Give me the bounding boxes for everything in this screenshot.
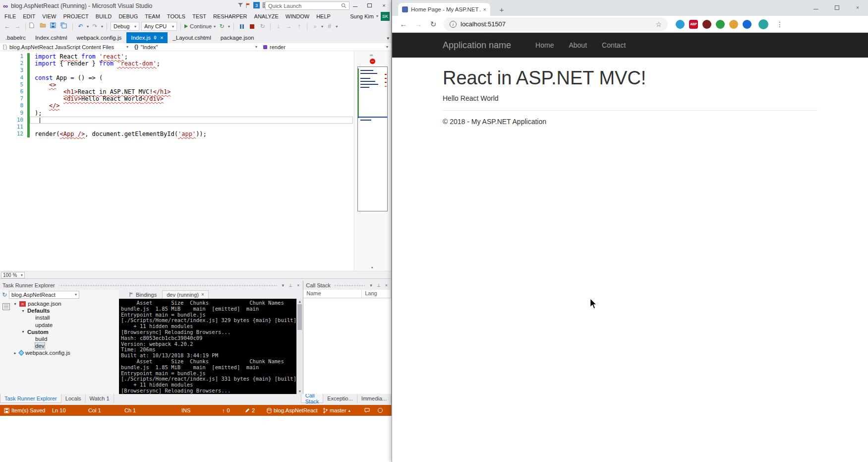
panel-tab-locals[interactable]: Locals [61, 394, 86, 403]
quick-launch-input[interactable]: Quick Launch [265, 1, 349, 10]
refresh-tasks-icon[interactable]: ↻ [2, 291, 7, 298]
profile-avatar[interactable] [758, 19, 768, 29]
close-panel-icon[interactable]: × [296, 283, 300, 288]
call-stack-header[interactable]: Call Stack ▾ ⊥ × [303, 281, 391, 290]
console-scrollbar[interactable]: ▴ ▾ [296, 299, 303, 394]
code-line[interactable]: 2import { render } from 'react-dom'; [0, 60, 354, 67]
refresh-dropdown-icon[interactable]: ▾ [228, 24, 230, 29]
document-tab-index-cshtml[interactable]: Index.cshtml [31, 32, 72, 43]
menu-item-tools[interactable]: TOOLS [164, 13, 189, 19]
tab-overflow-icon[interactable]: ▾ [387, 36, 389, 41]
tree-item-build[interactable]: build [12, 335, 119, 342]
menu-item-test[interactable]: TEST [189, 13, 210, 19]
nav-link-contact[interactable]: Contact [594, 41, 633, 49]
window-position-icon[interactable]: ▾ [281, 283, 286, 288]
code-line[interactable]: 11 [0, 124, 354, 131]
adblock-plus-icon[interactable]: ABP [689, 20, 698, 29]
menu-item-debug[interactable]: DEBUG [115, 13, 141, 19]
close-tab-icon[interactable]: × [483, 6, 486, 12]
breadcrumb-type-dropdown[interactable]: {} "Index" ▾ [131, 43, 260, 51]
tree-arrow-icon[interactable]: ▸ [13, 351, 17, 355]
solution-platform-dropdown[interactable]: Any CPU▾ [141, 22, 177, 31]
menu-item-analyze[interactable]: ANALYZE [251, 13, 282, 19]
panel-tab-exceptio[interactable]: Exceptio... [323, 394, 357, 403]
code-line[interactable]: 7 <div>Hello React World</div> [0, 95, 354, 102]
step-out-icon[interactable]: ↑ [295, 22, 303, 31]
column-name[interactable]: Name [303, 290, 362, 298]
find-icon[interactable]: ⌕ [311, 22, 319, 31]
menu-item-edit[interactable]: EDIT [19, 13, 39, 19]
tool-dropdown-icon[interactable]: ▾ [336, 24, 338, 29]
drag-handle[interactable] [335, 284, 365, 287]
back-button[interactable]: ← [397, 18, 410, 31]
panel-tab-call-stack[interactable]: Call Stack [301, 394, 324, 403]
feedback-icon[interactable] [364, 405, 370, 416]
breadcrumb-project-dropdown[interactable]: blog.AspNetReact JavaScript Content File… [0, 43, 131, 51]
forward-button[interactable]: → [412, 18, 425, 31]
url-text[interactable]: localhost:51507 [461, 20, 506, 28]
close-console-tab-icon[interactable]: × [201, 292, 204, 297]
continue-button[interactable]: Continue ▾ [184, 23, 216, 29]
code-line[interactable]: 1import React from 'react'; [0, 53, 354, 60]
close-button[interactable]: × [377, 0, 391, 10]
undo-icon[interactable]: ↶ [76, 22, 85, 31]
status-column[interactable]: Col 1 [88, 405, 101, 416]
tree-arrow-icon[interactable]: ▾ [21, 309, 25, 313]
status-line[interactable]: Ln 10 [52, 405, 66, 416]
step-into-icon[interactable]: ↓ [274, 22, 283, 31]
save-all-icon[interactable] [60, 22, 69, 31]
navigate-back-icon[interactable]: ← [3, 22, 11, 31]
zoom-dropdown[interactable]: 100 % ▾ [1, 272, 25, 278]
site-brand[interactable]: Application name [443, 40, 511, 51]
scroll-down-icon[interactable]: ▾ [296, 389, 303, 394]
close-button[interactable]: × [847, 0, 868, 15]
close-tab-icon[interactable]: × [160, 35, 163, 41]
scrollbar-thumb[interactable] [297, 304, 302, 330]
document-tab-index-js[interactable]: Index.js× [126, 32, 168, 43]
code-line[interactable]: 6 <h1>React in ASP.NET MVC!</h1> [0, 88, 354, 95]
document-tab-babelrc[interactable]: .babelrc [1, 32, 30, 43]
menu-item-project[interactable]: PROJECT [59, 13, 92, 19]
window-position-icon[interactable]: ▾ [369, 283, 373, 288]
menu-item-window[interactable]: WINDOW [282, 13, 313, 19]
open-folder-icon[interactable] [40, 22, 48, 31]
status-character[interactable]: Ch 1 [124, 405, 136, 416]
notification-circle-icon[interactable] [378, 405, 383, 416]
tree-item-custom[interactable]: ▾Custom [12, 329, 119, 335]
console-tab-dev-running[interactable]: dev (running)× [162, 290, 209, 299]
pin-icon[interactable] [153, 36, 157, 40]
branch-selector[interactable]: master ▴ [323, 405, 350, 416]
report-list-icon[interactable] [2, 303, 10, 310]
code-line[interactable]: 3 [0, 67, 354, 74]
drag-handle[interactable] [59, 284, 277, 287]
step-over-icon[interactable]: → [285, 22, 293, 31]
repo-selector[interactable]: blog.AspNetReact [267, 405, 318, 416]
pending-edits[interactable]: 2 [245, 405, 255, 416]
menu-item-resharper[interactable]: RESHARPER [210, 13, 250, 19]
pin-panel-icon[interactable]: ⊥ [376, 283, 382, 288]
chrome-tab-strip[interactable]: Home Page - My ASP.NET Applic × + × [392, 0, 868, 16]
maximize-button[interactable] [826, 0, 847, 15]
tree-item-dev[interactable]: dev [12, 342, 119, 349]
code-line[interactable]: 9); [0, 110, 354, 117]
menu-item-view[interactable]: VIEW [39, 13, 59, 19]
find-dropdown-icon[interactable]: ▾ [321, 24, 323, 29]
user-name[interactable]: Sung Kim [350, 13, 374, 19]
code-line[interactable]: 12render(<App />, document.getElementByI… [0, 131, 354, 137]
minimap[interactable] [357, 66, 388, 211]
menu-item-team[interactable]: TEAM [141, 13, 164, 19]
extension-dark-red-icon[interactable] [702, 20, 711, 29]
code-area[interactable]: 1import React from 'react';2import { ren… [0, 51, 354, 271]
reload-button[interactable]: ↻ [427, 18, 440, 31]
stop-debugging-icon[interactable] [248, 22, 256, 31]
document-tab-webpack-config-js[interactable]: webpack.config.js [72, 32, 126, 43]
bookmark-star-icon[interactable]: ☆ [655, 20, 662, 28]
console-tab-bindings[interactable]: Bindings [125, 290, 161, 299]
extension-blue-icon[interactable] [676, 20, 685, 29]
nav-link-home[interactable]: Home [528, 41, 561, 49]
new-file-icon[interactable] [29, 22, 38, 31]
scroll-down-icon[interactable]: ▾ [371, 265, 373, 270]
panel-tab-watch-1[interactable]: Watch 1 [86, 394, 114, 403]
solution-config-dropdown[interactable]: Debug▾ [111, 22, 139, 31]
navigate-forward-icon[interactable]: → [13, 22, 22, 31]
